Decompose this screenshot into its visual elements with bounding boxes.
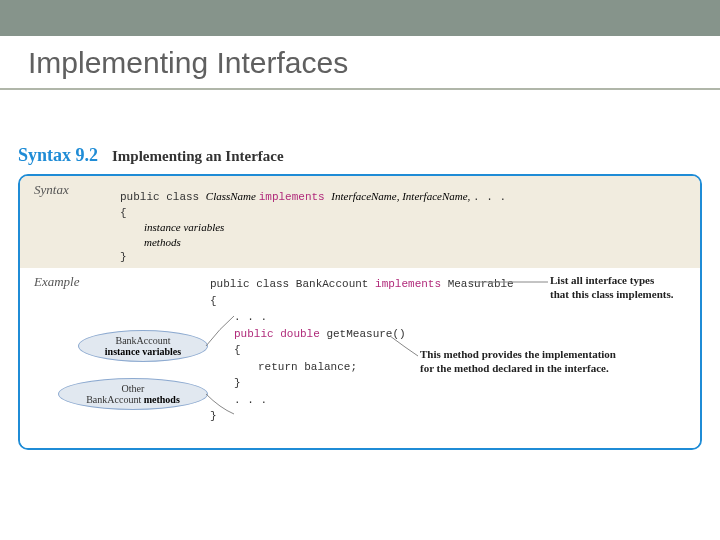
ex-dots1: . . .	[234, 309, 514, 326]
syntax-open-brace: {	[120, 206, 506, 221]
ex-dots2: . . .	[234, 392, 514, 409]
callout1-class: BankAccount	[115, 335, 170, 346]
ex-balance: balance;	[304, 361, 357, 373]
annot-list-interfaces: List all interface types that this class…	[550, 274, 700, 302]
syntax-line1-pre: public class	[120, 191, 206, 203]
ex-measurable: Measurable	[448, 278, 514, 290]
ex-bankaccount: BankAccount	[296, 278, 375, 290]
ex-close-brace2: }	[234, 375, 514, 392]
example-section-label: Example	[34, 274, 79, 290]
syntax-section-label: Syntax	[34, 182, 69, 198]
callout-instance-vars: BankAccount instance variables	[78, 330, 208, 362]
callout2-class: BankAccount	[86, 394, 144, 405]
ex-return: return	[258, 361, 304, 373]
syntax-number: Syntax 9.2	[18, 145, 98, 165]
annot2-l2: for the method declared in the interface…	[420, 362, 609, 374]
annot-method-impl: This method provides the implementation …	[420, 348, 680, 376]
syntax-ellipsis: . . .	[473, 191, 506, 203]
ex-getmeasure: getMeasure()	[326, 328, 405, 340]
syntax-close-brace: }	[120, 250, 506, 265]
ex-close-brace: }	[210, 408, 514, 425]
ex-public-double: public double	[234, 328, 326, 340]
syntax-panel: Syntax public class ClassName implements…	[20, 176, 700, 268]
callout2-other: Other	[122, 383, 145, 394]
page-title: Implementing Interfaces	[28, 46, 720, 80]
ex-open-brace: {	[210, 293, 514, 310]
ex-implements-kw: implements	[375, 278, 448, 290]
callout2-methods: methods	[144, 394, 180, 405]
callout-other-methods: Other BankAccount methods	[58, 378, 208, 410]
syntax-implements-kw: implements	[259, 191, 332, 203]
syntax-diagram: Syntax 9.2 Implementing an Interface Syn…	[18, 145, 702, 450]
syntax-code: public class ClassName implements Interf…	[120, 184, 506, 265]
syntax-subtitle: Implementing an Interface	[112, 148, 284, 164]
syntax-ivars: instance variables	[144, 220, 506, 235]
top-bar	[0, 0, 720, 36]
title-wrap: Implementing Interfaces	[0, 36, 720, 90]
syntax-classname: ClassName	[206, 190, 259, 202]
syntax-interfacename1: InterfaceName,	[331, 190, 402, 202]
ex-public-class: public class	[210, 278, 296, 290]
syntax-methods: methods	[144, 235, 506, 250]
callout1-text: instance variables	[105, 346, 181, 357]
syntax-interfacename2: InterfaceName,	[402, 190, 473, 202]
example-panel: Example public class BankAccount impleme…	[20, 268, 700, 448]
syntax-header: Syntax 9.2 Implementing an Interface	[18, 145, 702, 166]
syntax-box: Syntax public class ClassName implements…	[18, 174, 702, 450]
annot1-l2: that this class implements.	[550, 288, 673, 300]
annot1-l1: List all interface types	[550, 274, 654, 286]
annot2-l1: This method provides the implementation	[420, 348, 616, 360]
